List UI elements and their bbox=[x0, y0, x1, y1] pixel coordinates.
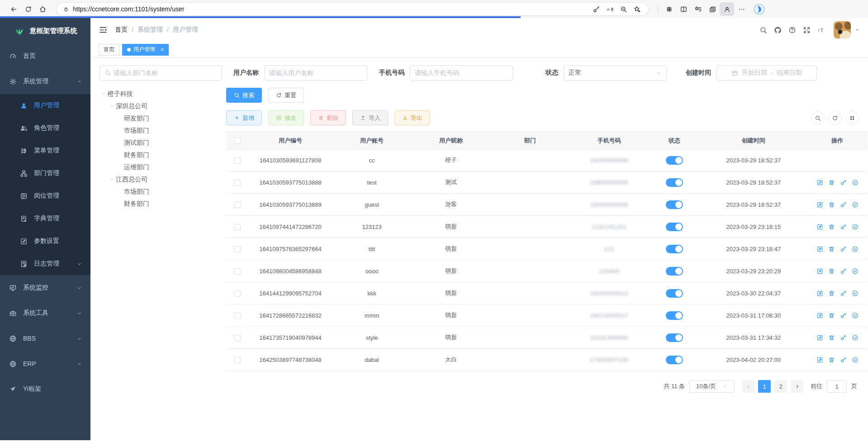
authorize-icon[interactable] bbox=[852, 223, 859, 230]
next-page-button[interactable] bbox=[791, 380, 803, 393]
delete-icon[interactable] bbox=[828, 201, 835, 208]
sidebar-item-bbs[interactable]: BBS bbox=[0, 326, 90, 351]
font-size-icon[interactable]: TT bbox=[814, 23, 828, 37]
edit-icon[interactable] bbox=[816, 223, 823, 230]
end-date-placeholder[interactable]: 结束日期 bbox=[777, 69, 802, 77]
dept-search-box[interactable] bbox=[100, 65, 222, 81]
sidebar-item-erp[interactable]: ERP bbox=[0, 351, 90, 376]
goto-page-input[interactable] bbox=[827, 380, 847, 393]
delete-icon[interactable] bbox=[828, 356, 835, 363]
status-toggle[interactable] bbox=[666, 178, 683, 187]
tree-node-6[interactable]: 运维部门 bbox=[100, 161, 220, 173]
edit-icon[interactable] bbox=[816, 201, 823, 208]
edit-icon[interactable] bbox=[816, 312, 823, 319]
sidebar-item-log[interactable]: 日志管理 bbox=[0, 252, 90, 275]
delete-icon[interactable] bbox=[828, 268, 835, 275]
sidebar-item-home[interactable]: 首页 bbox=[0, 43, 90, 69]
prev-page-button[interactable] bbox=[742, 380, 754, 393]
app-logo[interactable]: 意框架管理系统 bbox=[0, 18, 90, 43]
page-size-select[interactable]: 10条/页 bbox=[689, 380, 735, 393]
status-toggle[interactable] bbox=[666, 245, 683, 253]
status-toggle[interactable] bbox=[666, 267, 683, 276]
tree-node-9[interactable]: 财务部门 bbox=[100, 198, 220, 210]
reset-password-icon[interactable] bbox=[840, 312, 847, 319]
reload-icon[interactable] bbox=[21, 2, 35, 16]
delete-icon[interactable] bbox=[828, 312, 835, 319]
status-toggle[interactable] bbox=[666, 200, 683, 209]
date-range-picker[interactable]: 开始日期 - 结束日期 bbox=[716, 65, 817, 81]
import-button[interactable]: 导入 bbox=[352, 110, 388, 125]
status-toggle[interactable] bbox=[666, 311, 683, 320]
authorize-icon[interactable] bbox=[852, 201, 859, 208]
status-toggle[interactable] bbox=[666, 156, 683, 165]
reset-password-icon[interactable] bbox=[840, 223, 847, 230]
sidebar-item-menu[interactable]: 菜单管理 bbox=[0, 139, 90, 162]
avatar-caret-icon[interactable] bbox=[854, 27, 860, 33]
tab-home[interactable]: 首页 bbox=[99, 44, 119, 56]
reset-password-icon[interactable] bbox=[840, 246, 847, 252]
edit-icon[interactable] bbox=[816, 246, 823, 252]
tree-expand-icon[interactable] bbox=[108, 104, 116, 109]
sidebar-item-yi[interactable]: Yi框架 bbox=[0, 376, 90, 402]
sidebar-item-tools[interactable]: 系统工具 bbox=[0, 300, 90, 326]
sidebar-item-dept[interactable]: 部门管理 bbox=[0, 162, 90, 185]
sidebar-item-post[interactable]: 岗位管理 bbox=[0, 185, 90, 207]
start-date-placeholder[interactable]: 开始日期 bbox=[742, 69, 767, 77]
reset-password-icon[interactable] bbox=[840, 290, 847, 297]
reset-password-icon[interactable] bbox=[840, 334, 847, 341]
read-aloud-icon[interactable]: A bbox=[603, 2, 617, 16]
search-button[interactable]: 搜索 bbox=[226, 88, 262, 103]
row-checkbox[interactable] bbox=[234, 357, 241, 363]
close-tab-icon[interactable]: × bbox=[161, 47, 164, 53]
browser-essentials-icon[interactable] bbox=[662, 2, 676, 16]
sidebar-fold-icon[interactable] bbox=[99, 25, 108, 34]
delete-icon[interactable] bbox=[828, 246, 835, 252]
copilot-icon[interactable] bbox=[753, 3, 765, 15]
edit-button[interactable]: 修改 bbox=[268, 110, 304, 125]
row-checkbox[interactable] bbox=[234, 180, 241, 186]
column-settings-icon[interactable] bbox=[845, 111, 859, 125]
sidebar-item-monitor[interactable]: 系统监控 bbox=[0, 275, 90, 300]
reset-password-icon[interactable] bbox=[840, 201, 847, 208]
search-icon[interactable] bbox=[756, 23, 770, 37]
row-checkbox[interactable] bbox=[234, 224, 241, 230]
home-icon[interactable] bbox=[35, 2, 50, 16]
authorize-icon[interactable] bbox=[852, 268, 859, 275]
edit-icon[interactable] bbox=[816, 334, 823, 341]
username-input[interactable] bbox=[269, 69, 362, 76]
row-checkbox[interactable] bbox=[234, 202, 241, 208]
zoom-out-icon[interactable] bbox=[617, 2, 630, 16]
select-all-checkbox[interactable] bbox=[234, 138, 241, 144]
url-text[interactable]: https://ccnetcore.com:1101/system/user bbox=[73, 5, 589, 13]
profile-icon[interactable] bbox=[720, 2, 734, 16]
tree-expand-icon[interactable] bbox=[100, 91, 108, 96]
status-toggle[interactable] bbox=[666, 223, 683, 231]
sidebar-item-role[interactable]: 角色管理 bbox=[0, 117, 90, 139]
delete-icon[interactable] bbox=[828, 179, 835, 186]
tab-user-management[interactable]: 用户管理 × bbox=[122, 44, 169, 56]
status-toggle[interactable] bbox=[666, 356, 683, 364]
authorize-icon[interactable] bbox=[852, 356, 859, 363]
more-dots-icon[interactable] bbox=[734, 2, 749, 16]
avatar[interactable] bbox=[834, 21, 851, 38]
delete-icon[interactable] bbox=[828, 223, 835, 230]
help-icon[interactable] bbox=[785, 23, 799, 37]
row-checkbox[interactable] bbox=[234, 157, 241, 164]
delete-button[interactable]: 删除 bbox=[310, 110, 346, 125]
address-bar[interactable]: https://ccnetcore.com:1101/system/user A bbox=[56, 2, 649, 16]
tree-node-8[interactable]: 市场部门 bbox=[100, 185, 220, 198]
page-button-1[interactable]: 1 bbox=[758, 380, 771, 393]
favorites-bar-icon[interactable] bbox=[691, 2, 705, 16]
sidebar-item-system[interactable]: 系统管理 bbox=[0, 69, 90, 94]
tree-expand-icon[interactable] bbox=[108, 177, 116, 182]
row-checkbox[interactable] bbox=[234, 246, 241, 252]
row-checkbox[interactable] bbox=[234, 290, 241, 297]
row-checkbox[interactable] bbox=[234, 268, 241, 275]
reset-password-icon[interactable] bbox=[840, 268, 847, 275]
edit-icon[interactable] bbox=[816, 268, 823, 275]
table-refresh-icon[interactable] bbox=[828, 111, 842, 125]
delete-icon[interactable] bbox=[828, 290, 835, 297]
reset-button[interactable]: 重置 bbox=[268, 88, 304, 103]
authorize-icon[interactable] bbox=[852, 334, 859, 341]
authorize-icon[interactable] bbox=[852, 290, 859, 297]
